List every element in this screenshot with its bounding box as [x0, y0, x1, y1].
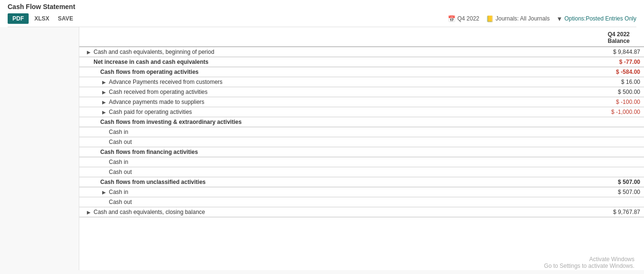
- journal-icon: 📒: [486, 15, 494, 22]
- row-toggle-unclassified-cash-in[interactable]: ▶: [102, 190, 107, 195]
- row-amount-unclassified-cash-in: $ 507.00: [531, 187, 644, 197]
- row-label-cf-financing: Cash flows from financing activities: [79, 147, 531, 157]
- pdf-button[interactable]: PDF: [8, 13, 29, 24]
- row-amount-net-increase: $ -77.00: [531, 57, 644, 67]
- row-text-cf-financing: Cash flows from financing activities: [100, 149, 198, 155]
- row-label-financing-cash-out: Cash out: [79, 167, 531, 177]
- calendar-icon: 📅: [448, 15, 455, 22]
- row-text-advance-payments-customers: Advance Payments received from customers: [109, 79, 222, 85]
- balance-header: Balance: [572, 38, 630, 44]
- content-area: Q4 2022 Balance ▶Cash and cash equivalen…: [0, 27, 644, 270]
- row-toggle-advance-payments-customers[interactable]: ▶: [102, 80, 107, 85]
- sidebar: [0, 27, 79, 270]
- row-text-investing-cash-in: Cash in: [109, 129, 128, 135]
- row-amount-investing-cash-in: [531, 127, 644, 137]
- row-amount-advance-payments-suppliers: $ -100.00: [531, 97, 644, 107]
- report-header: Q4 2022 Balance: [79, 27, 644, 47]
- row-amount-investing-cash-out: [531, 137, 644, 147]
- report-table: ▶Cash and cash equivalents, beginning of…: [79, 47, 644, 217]
- row-label-financing-cash-in: Cash in: [79, 157, 531, 167]
- page-header: Cash Flow Statement PDF XLSX SAVE 📅 Q4 2…: [0, 0, 644, 27]
- row-text-cash-closing: Cash and cash equivalents, closing balan…: [94, 209, 205, 215]
- row-text-financing-cash-in: Cash in: [109, 159, 128, 165]
- row-text-cf-operating: Cash flows from operating activities: [100, 69, 199, 75]
- row-label-cf-unclassified: Cash flows from unclassified activities: [79, 177, 531, 187]
- main-content: Q4 2022 Balance ▶Cash and cash equivalen…: [79, 27, 644, 270]
- row-amount-financing-cash-in: [531, 157, 644, 167]
- row-label-net-increase: Net increase in cash and cash equivalent…: [79, 57, 531, 67]
- row-toggle-advance-payments-suppliers[interactable]: ▶: [102, 100, 107, 105]
- row-amount-cf-operating: $ -584.00: [531, 67, 644, 77]
- row-amount-cf-financing: [531, 147, 644, 157]
- row-text-cash-paid-operating: Cash paid for operating activities: [109, 109, 192, 115]
- col-header: Q4 2022 Balance: [572, 31, 630, 44]
- filter-icon: ▼: [556, 15, 562, 22]
- row-amount-cash-beginning: $ 9,844.87: [531, 47, 644, 57]
- row-amount-cash-paid-operating: $ -1,000.00: [531, 107, 644, 117]
- row-toggle-cash-beginning[interactable]: ▶: [87, 50, 92, 55]
- row-text-net-increase: Net increase in cash and cash equivalent…: [94, 59, 209, 65]
- row-text-investing-cash-out: Cash out: [109, 139, 132, 145]
- row-toggle-cash-paid-operating[interactable]: ▶: [102, 110, 107, 115]
- row-label-cash-closing[interactable]: ▶Cash and cash equivalents, closing bala…: [79, 207, 531, 217]
- period-filter[interactable]: 📅 Q4 2022: [448, 15, 479, 22]
- row-amount-cf-unclassified: $ 507.00: [531, 177, 644, 187]
- row-amount-financing-cash-out: [531, 167, 644, 177]
- period-label: Q4 2022: [457, 15, 479, 22]
- row-label-advance-payments-customers[interactable]: ▶Advance Payments received from customer…: [79, 77, 531, 87]
- row-toggle-cash-received-operating[interactable]: ▶: [102, 90, 107, 95]
- row-label-unclassified-cash-in[interactable]: ▶Cash in: [79, 187, 531, 197]
- journals-label: Journals: All Journals: [496, 15, 549, 22]
- row-text-unclassified-cash-in: Cash in: [109, 189, 128, 195]
- row-toggle-cash-closing[interactable]: ▶: [87, 210, 92, 215]
- row-text-cf-unclassified: Cash flows from unclassified activities: [100, 179, 206, 185]
- row-label-cash-received-operating[interactable]: ▶Cash received from operating activities: [79, 87, 531, 97]
- row-text-cash-beginning: Cash and cash equivalents, beginning of …: [94, 49, 214, 55]
- period-header: Q4 2022: [572, 31, 630, 38]
- journals-filter[interactable]: 📒 Journals: All Journals: [486, 15, 549, 22]
- save-button[interactable]: SAVE: [55, 13, 76, 24]
- row-amount-unclassified-cash-out: [531, 197, 644, 207]
- row-text-cf-investing: Cash flows from investing & extraordinar…: [100, 119, 242, 125]
- options-label: Options:Posted Entries Only: [564, 15, 636, 22]
- options-filter[interactable]: ▼ Options:Posted Entries Only: [556, 15, 636, 22]
- row-amount-cash-received-operating: $ 500.00: [531, 87, 644, 97]
- row-amount-cf-investing: [531, 117, 644, 127]
- row-label-cash-beginning[interactable]: ▶Cash and cash equivalents, beginning of…: [79, 47, 531, 57]
- xlsx-button[interactable]: XLSX: [32, 13, 52, 24]
- row-text-cash-received-operating: Cash received from operating activities: [109, 89, 208, 95]
- row-label-advance-payments-suppliers[interactable]: ▶Advance payments made to suppliers: [79, 97, 531, 107]
- row-text-financing-cash-out: Cash out: [109, 169, 132, 175]
- row-text-unclassified-cash-out: Cash out: [109, 199, 132, 205]
- row-label-cf-investing: Cash flows from investing & extraordinar…: [79, 117, 531, 127]
- row-label-investing-cash-out: Cash out: [79, 137, 531, 147]
- row-text-advance-payments-suppliers: Advance payments made to suppliers: [109, 99, 204, 105]
- toolbar-right: 📅 Q4 2022 📒 Journals: All Journals ▼ Opt…: [448, 15, 636, 22]
- row-amount-cash-closing: $ 9,767.87: [531, 207, 644, 217]
- row-label-investing-cash-in: Cash in: [79, 127, 531, 137]
- row-amount-advance-payments-customers: $ 16.00: [531, 77, 644, 87]
- row-label-unclassified-cash-out: Cash out: [79, 197, 531, 207]
- row-label-cf-operating: Cash flows from operating activities: [79, 67, 531, 77]
- toolbar: PDF XLSX SAVE 📅 Q4 2022 📒 Journals: All …: [8, 13, 636, 27]
- page-title: Cash Flow Statement: [8, 3, 636, 10]
- row-label-cash-paid-operating[interactable]: ▶Cash paid for operating activities: [79, 107, 531, 117]
